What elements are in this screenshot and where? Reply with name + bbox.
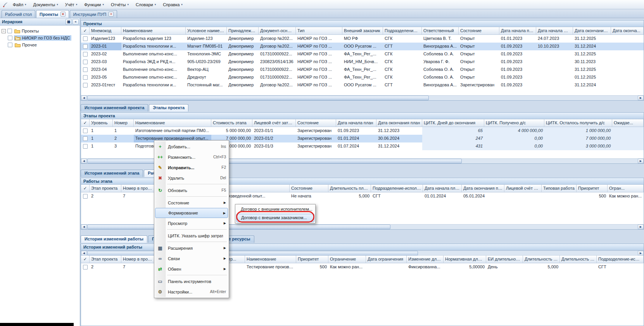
tab-close-icon[interactable]: × <box>60 12 66 17</box>
table-cell[interactable]: Демопример <box>227 81 259 89</box>
column-header[interactable]: ЦИТК. Дней до окончания <box>422 119 484 127</box>
context-menu-item[interactable]: ЦИТК. Указать шифр затрат... <box>155 230 228 241</box>
column-header[interactable]: Стоимость этапа <box>211 119 252 127</box>
column-header[interactable]: Документ-основан... <box>259 27 296 35</box>
table-cell[interactable]: 01.12.2025 <box>573 74 611 81</box>
row-checkbox[interactable] <box>83 144 88 149</box>
table-row[interactable]: 2023-03Разработка ЭКД и РКД н...905-U020… <box>81 58 644 66</box>
column-header[interactable]: Приоритет <box>577 185 608 192</box>
table-cell[interactable]: Зарегистрирован <box>296 127 336 135</box>
menubar-item[interactable]: Учёт▾ <box>62 1 81 8</box>
table-cell[interactable]: 31.12.2024 <box>573 43 611 50</box>
table-cell[interactable]: Тестирование произве... <box>245 263 296 271</box>
table-cell[interactable]: 2023-03 <box>90 58 121 66</box>
table-cell[interactable] <box>366 263 407 271</box>
scroll-right-icon[interactable]: ▶ <box>638 96 644 100</box>
row-checkbox[interactable] <box>83 60 88 64</box>
context-menu-item[interactable]: ✖УдалитьDel <box>155 173 228 183</box>
table-cell[interactable]: Технология-ЭМС <box>186 50 227 58</box>
table-cell[interactable]: ООО Русатом ... <box>342 81 383 89</box>
scroll-right-icon[interactable]: ▶ <box>638 251 644 256</box>
table-cell[interactable]: 2023-01/2 <box>252 135 296 142</box>
table-cell[interactable]: Изделие-123 <box>186 35 227 43</box>
table-cell[interactable]: 30.06.2024 <box>376 135 422 142</box>
table-cell[interactable] <box>612 135 644 142</box>
table-cell[interactable]: Не начата <box>290 192 328 200</box>
table-cell[interactable] <box>536 81 573 89</box>
column-header[interactable]: Ответственный <box>422 27 459 35</box>
table-cell[interactable]: НИОКР по ГОЗ ... <box>296 66 342 74</box>
table-cell[interactable]: 1 <box>113 127 134 135</box>
table-cell[interactable]: Договор №202... <box>259 81 296 89</box>
table-cell[interactable]: 5,000 <box>328 192 371 200</box>
context-menu-item[interactable]: Состояние▶ <box>155 197 228 208</box>
column-header[interactable]: Этап проекта <box>90 185 121 192</box>
table-cell[interactable] <box>536 74 573 81</box>
column-header[interactable]: Длительность пла... <box>523 256 560 263</box>
table-cell[interactable]: Дредноут <box>186 74 227 81</box>
column-header[interactable]: Дата окончания пл... <box>573 27 611 35</box>
column-header[interactable]: Наименование <box>134 119 211 127</box>
table-cell[interactable]: Зарегистрирован <box>296 142 336 150</box>
column-header[interactable]: Дата окончания план <box>462 185 504 192</box>
table-cell[interactable]: Соболева О. А. <box>422 50 459 58</box>
column-header[interactable]: Длительность план▼ <box>328 185 371 192</box>
column-header[interactable]: Приоритет <box>296 256 328 263</box>
table-cell[interactable]: Открыт <box>459 50 499 58</box>
column-header[interactable]: Наименование <box>121 27 186 35</box>
table-cell[interactable]: Уварова Г. Ф. <box>422 58 459 66</box>
table-cell[interactable]: Зарегистрирован <box>296 135 336 142</box>
column-header[interactable]: Номер в проекте <box>121 185 155 192</box>
table-cell[interactable]: НИОКР по ГОЗ ... <box>296 35 342 43</box>
table-cell[interactable]: 5,000 <box>523 263 560 271</box>
table-cell[interactable]: Зарегистрирован <box>459 81 499 89</box>
table-cell[interactable]: СГТ <box>383 81 422 89</box>
column-header[interactable]: Этап проекта <box>90 256 121 263</box>
column-header[interactable]: ЕИ длительности <box>486 256 523 263</box>
table-cell[interactable]: НИОКР по ГОЗ ... <box>296 74 342 81</box>
table-cell[interactable]: 10.10.2023 <box>536 43 573 50</box>
table-cell[interactable]: 01.09.2023 <box>499 58 536 66</box>
table-cell[interactable]: 5 000 000,00 <box>211 127 252 135</box>
table-cell[interactable]: Открыт <box>459 58 499 66</box>
table-cell[interactable]: Договор №202... <box>259 43 296 50</box>
table-cell[interactable]: 01.09.2023 <box>499 81 536 89</box>
table-cell[interactable]: 431 <box>422 142 484 150</box>
window-tab[interactable]: Рабочий стол <box>2 10 35 18</box>
column-header[interactable]: Лицевой счёт затрат <box>252 119 296 127</box>
scroll-left-icon[interactable]: ◀ <box>81 225 87 229</box>
tree-expander-icon[interactable]: − <box>2 29 6 33</box>
table-cell[interactable]: СГТ <box>383 43 422 50</box>
menubar-item[interactable]: Отчёты▾ <box>107 1 132 8</box>
table-cell[interactable]: 500 <box>577 192 608 200</box>
table-cell[interactable]: Выполнение опытно-конс... <box>121 66 186 74</box>
row-checkbox[interactable] <box>83 129 88 133</box>
table-cell[interactable]: Разработка ЭКД и РКД н... <box>121 58 186 66</box>
scroll-thumb[interactable] <box>87 251 418 256</box>
table-cell[interactable]: СГТ <box>597 263 644 271</box>
table-cell[interactable]: 500 <box>296 263 328 271</box>
table-cell[interactable]: 2 <box>90 263 121 271</box>
tree-item[interactable]: НИОКР по ГОЗ без НДС <box>0 34 80 41</box>
table-cell[interactable]: 01.07.2024 <box>336 142 376 150</box>
table-cell[interactable]: 905-U020-23/269 <box>186 58 227 66</box>
column-header[interactable]: Подразделение-исполнитель <box>597 256 644 263</box>
table-cell[interactable] <box>560 263 597 271</box>
table-cell[interactable] <box>536 58 573 66</box>
window-tab[interactable]: Проекты× <box>36 10 69 18</box>
table-row[interactable]: 2023-02Выполнение опытно-конс...Технолог… <box>81 50 644 58</box>
table-cell[interactable] <box>536 66 573 74</box>
table-cell[interactable] <box>611 81 644 89</box>
menubar-item[interactable]: Справка▾ <box>159 1 186 8</box>
scroll-left-icon[interactable]: ◀ <box>81 251 87 256</box>
section-tab[interactable]: История изменений этапа <box>81 170 143 177</box>
column-header[interactable]: Состояние <box>459 27 499 35</box>
table-cell[interactable]: Цветкова В. Т. <box>422 35 459 43</box>
context-menu-item[interactable]: Формирование▶ <box>155 208 228 218</box>
table-cell[interactable]: 31.12.2024 <box>376 142 422 150</box>
column-header[interactable]: Лицевой счёт затр... <box>504 185 542 192</box>
row-checkbox[interactable] <box>83 52 88 57</box>
table-cell[interactable]: 2023-01/3 <box>252 142 296 150</box>
row-checkbox[interactable] <box>83 67 88 72</box>
scroll-left-icon[interactable]: ◀ <box>81 159 87 163</box>
